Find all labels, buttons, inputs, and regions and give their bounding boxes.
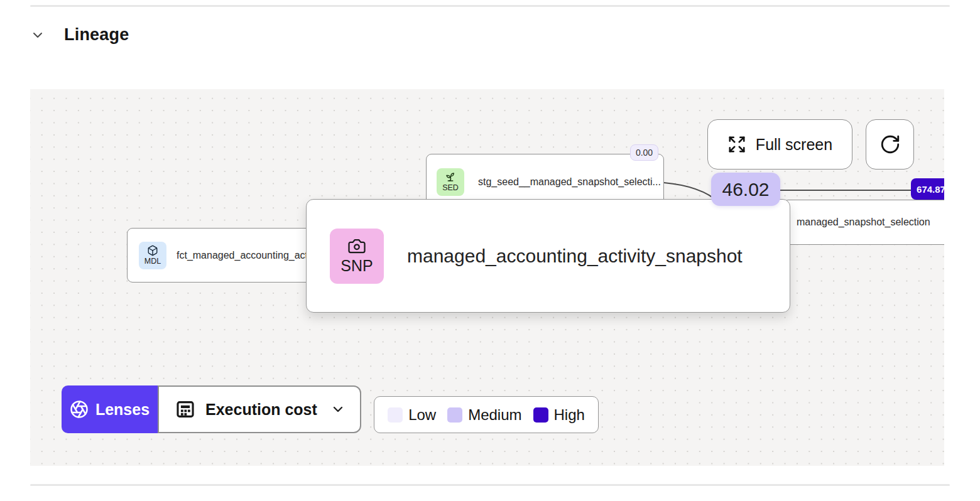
snapshot-type-badge: SNP xyxy=(330,229,384,284)
badge-label: SNP xyxy=(340,257,373,275)
refresh-button[interactable] xyxy=(866,119,914,170)
model-type-badge: MDL xyxy=(139,242,166,269)
cost-badge-medium: 46.02 xyxy=(711,173,780,206)
node-label: managed_snapshot_selection xyxy=(797,217,930,228)
badge-label: MDL xyxy=(144,257,161,266)
cost-badge-high: 674.87 xyxy=(911,178,944,200)
legend-swatch-low xyxy=(388,407,403,423)
full-screen-label: Full screen xyxy=(756,136,832,154)
lineage-canvas[interactable]: managed_snapshot_selection SED stg_seed_… xyxy=(30,89,944,466)
legend-swatch-high xyxy=(533,407,548,423)
calculator-icon xyxy=(175,399,196,420)
legend-label: Low xyxy=(408,406,436,424)
legend-label: High xyxy=(554,406,585,424)
hovercard-title: managed_accounting_activity_snapshot xyxy=(407,245,743,267)
selected-lens-label: Execution cost xyxy=(205,401,317,419)
expand-icon xyxy=(727,135,746,154)
chevron-down-icon xyxy=(330,402,346,417)
lenses-button[interactable]: Lenses xyxy=(62,385,158,433)
lens-bar: Lenses Execution cost xyxy=(62,385,361,433)
lineage-section-header: Lineage xyxy=(30,25,129,45)
node-managed-snapshot-selection[interactable]: managed_snapshot_selection xyxy=(783,200,944,245)
full-screen-button[interactable]: Full screen xyxy=(707,119,852,170)
legend-item-medium: Medium xyxy=(447,406,521,424)
legend-label: Medium xyxy=(468,406,521,424)
bottom-divider xyxy=(30,484,950,486)
node-hovercard-snapshot[interactable]: SNP managed_accounting_activity_snapshot xyxy=(306,199,790,313)
node-label: stg_seed__managed_snapshot_selecti... xyxy=(478,176,661,188)
legend-swatch-medium xyxy=(447,407,462,423)
aperture-icon xyxy=(70,400,89,419)
badge-label: SED xyxy=(442,183,459,192)
lens-selector-dropdown[interactable]: Execution cost xyxy=(158,385,361,433)
cost-badge-low: 0.00 xyxy=(630,144,658,161)
page-title: Lineage xyxy=(64,25,129,45)
top-divider xyxy=(30,5,950,7)
legend-item-low: Low xyxy=(388,406,436,424)
refresh-icon xyxy=(879,134,901,155)
legend-item-high: High xyxy=(533,406,585,424)
cost-legend: Low Medium High xyxy=(374,396,599,433)
chevron-down-icon[interactable] xyxy=(30,28,45,43)
camera-icon xyxy=(347,237,366,256)
node-label: fct_managed_accounting_acti xyxy=(177,250,310,261)
seed-type-badge: SED xyxy=(437,168,464,196)
sprout-icon xyxy=(445,171,456,183)
lenses-label: Lenses xyxy=(95,401,150,419)
box-icon xyxy=(147,245,158,256)
